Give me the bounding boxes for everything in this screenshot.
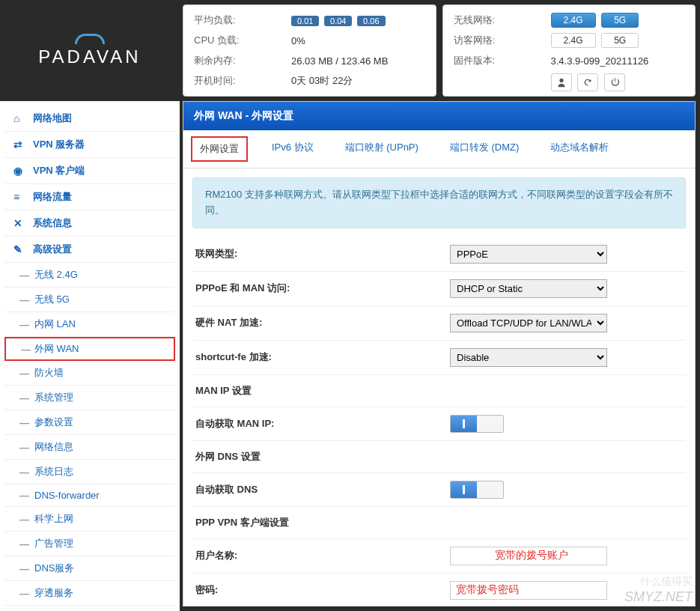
guest-24g-button[interactable]: 2.4G [551,33,596,48]
guest-label: 访客网络: [454,34,551,47]
status-card-right: 无线网络: 2.4G 5G 访客网络: 2.4G 5G 固件版本: 3.4.3.… [442,4,696,97]
load-badge: 0.04 [324,16,352,26]
username-label: 用户名称: [195,549,450,562]
content-panel: 外网 WAN - 外网设置 外网设置 IPv6 协议 端口映射 (UPnP) 端… [183,101,696,607]
nav-sysinfo[interactable]: ✕系统信息 [4,210,175,237]
user-icon-button[interactable] [551,73,572,91]
sfe-select[interactable]: Disable [450,348,607,367]
sub-proxy[interactable]: 科学上网 [4,507,175,532]
random-icon: ✕ [13,217,27,229]
sub-wan[interactable]: 外网 WAN [4,337,175,361]
nav-traffic[interactable]: ≡网络流量 [4,184,175,210]
sidebar: ⌂网络地图 ⇄VPN 服务器 ◉VPN 客户端 ≡网络流量 ✕系统信息 ✎高级设… [0,101,180,611]
cpu-value: 0% [291,35,305,46]
wifi-5g-button[interactable]: 5G [601,13,639,28]
power-icon-button[interactable] [604,73,625,91]
logo-arc-icon [75,34,105,44]
mem-value: 26.03 MB / 123.46 MB [291,55,388,67]
sub-lan[interactable]: 内网 LAN [4,312,175,337]
dns-toggle[interactable] [450,481,504,499]
tab-ipv6[interactable]: IPv6 协议 [264,136,321,162]
status-card-left: 平均负载: 0.01 0.04 0.06 CPU 负载: 0% 剩余内存: 26… [183,4,436,97]
tab-upnp[interactable]: 端口映射 (UPnP) [338,136,426,162]
nav-advanced[interactable]: ✎高级设置 [4,237,175,263]
list-icon: ≡ [13,191,27,203]
exchange-icon: ⇄ [13,139,27,151]
sub-music[interactable]: 音乐解锁 [4,606,175,611]
password-label: 密码: [195,583,450,597]
logo-area: PADAVAN [0,0,180,101]
info-box: RM2100 支持多种联网方式。请从联网类型下拉框中选择合适的联网方式，不同联网… [192,177,686,228]
man-ip-auto-label: 自动获取 MAN IP: [195,417,450,431]
conn-type-select[interactable]: PPPoE [450,245,607,264]
guest-5g-button[interactable]: 5G [601,33,639,48]
nat-label: 硬件 NAT 加速: [195,316,450,329]
mem-label: 剩余内存: [194,54,291,67]
dns-auto-label: 自动获取 DNS [195,483,450,496]
man-ip-toggle[interactable] [450,415,504,433]
uptime-label: 开机时间: [194,74,291,88]
firmware-label: 固件版本: [454,54,551,67]
sub-tunnel[interactable]: 穿透服务 [4,581,175,606]
nav-vpn-client[interactable]: ◉VPN 客户端 [4,158,175,184]
load-badge: 0.06 [357,16,385,26]
refresh-icon-button[interactable] [577,73,598,91]
sub-system[interactable]: 系统管理 [4,386,175,410]
sub-params[interactable]: 参数设置 [4,410,175,435]
username-annotation: 宽带的拨号账户 [495,549,568,562]
tab-wan-settings[interactable]: 外网设置 [191,136,248,162]
tab-bar: 外网设置 IPv6 协议 端口映射 (UPnP) 端口转发 (DMZ) 动态域名… [183,130,695,168]
home-icon: ⌂ [13,112,27,124]
nat-select[interactable]: Offload TCP/UDP for LAN/WLAN [450,314,607,332]
wrench-icon: ✎ [13,243,27,255]
load-label: 平均负载: [194,13,291,27]
tab-dmz[interactable]: 端口转发 (DMZ) [442,136,526,162]
sub-wifi-24g[interactable]: 无线 2.4G [4,263,175,288]
sub-adblock[interactable]: 广告管理 [4,532,175,556]
logo-text: PADAVAN [38,46,141,67]
uptime-value: 0天 03时 22分 [291,74,353,88]
page-title: 外网 WAN - 外网设置 [183,102,695,130]
nav-network-map[interactable]: ⌂网络地图 [4,106,175,132]
cpu-label: CPU 负载: [194,34,291,47]
firmware-link[interactable]: 3.4.3.9-099_20211126 [551,55,649,67]
password-annotation: 宽带拨号密码 [456,583,519,597]
sfe-label: shortcut-fe 加速: [195,350,450,364]
wifi-24g-button[interactable]: 2.4G [551,13,596,28]
sub-dns-forwarder[interactable]: DNS-forwarder [4,484,175,507]
load-badge: 0.01 [291,16,319,26]
tab-ddns[interactable]: 动态域名解析 [543,136,616,162]
section-dns: 外网 DNS 设置 [192,441,686,473]
sub-syslog[interactable]: 系统日志 [4,460,175,484]
pppoe-man-label: PPPoE 和 MAN 访问: [195,282,450,295]
globe-icon: ◉ [13,165,27,177]
sub-netinfo[interactable]: 网络信息 [4,435,175,460]
conn-type-label: 联网类型: [195,247,450,261]
wifi-label: 无线网络: [454,13,551,27]
pppoe-man-select[interactable]: DHCP or Static [450,279,607,298]
sub-wifi-5g[interactable]: 无线 5G [4,288,175,312]
section-ppp: PPP VPN 客户端设置 [192,507,686,539]
sub-dns-service[interactable]: DNS服务 [4,556,175,581]
section-man-ip: MAN IP 设置 [192,375,686,407]
sub-firewall[interactable]: 防火墙 [4,361,175,386]
nav-vpn-server[interactable]: ⇄VPN 服务器 [4,132,175,158]
